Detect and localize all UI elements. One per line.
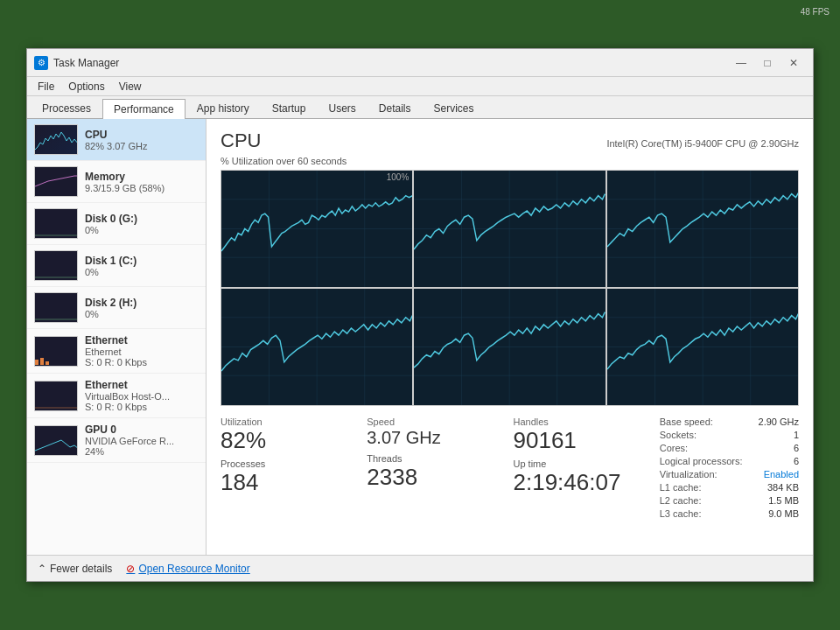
graph-cell-5 <box>414 289 605 405</box>
processes-value: 184 <box>220 471 360 494</box>
cpu-info: CPU 82% 3.07 GHz <box>85 129 199 151</box>
disk2-name: Disk 2 (H:) <box>85 297 199 309</box>
graph-cell-6 <box>607 289 798 405</box>
minimize-button[interactable]: — <box>729 54 753 72</box>
stats-area: Utilization 82% Processes 184 Speed 3.07… <box>220 416 799 522</box>
eth0-thumbnail <box>34 336 78 367</box>
virt-label: Virtualization: <box>660 469 718 480</box>
info-l2: L2 cache: 1.5 MB <box>660 495 799 506</box>
sidebar-item-disk1[interactable]: Disk 1 (C:) 0% <box>27 245 206 287</box>
menu-options[interactable]: Options <box>61 79 111 94</box>
percent-label: 100% <box>387 172 410 182</box>
svg-rect-5 <box>46 361 49 365</box>
chevron-up-icon: ⌃ <box>38 563 46 575</box>
sidebar-item-gpu0[interactable]: GPU 0 NVIDIA GeForce R... 24% <box>27 418 206 463</box>
menu-view[interactable]: View <box>112 79 149 94</box>
eth1-sub1: VirtualBox Host-O... <box>85 391 199 402</box>
disk0-info: Disk 0 (G:) 0% <box>85 213 199 235</box>
tab-app-history[interactable]: App history <box>186 98 261 118</box>
fewer-details-button[interactable]: ⌃ Fewer details <box>38 563 112 575</box>
uptime-value: 2:19:46:07 <box>514 471 653 494</box>
sidebar-item-eth1[interactable]: Ethernet VirtualBox Host-O... S: 0 R: 0 … <box>27 374 206 418</box>
panel-header: CPU Intel(R) Core(TM) i5-9400F CPU @ 2.9… <box>220 130 799 152</box>
base-speed-label: Base speed: <box>660 416 713 427</box>
memory-thumbnail <box>34 166 78 197</box>
utilization-label: Utilization <box>220 416 360 427</box>
sockets-label: Sockets: <box>660 430 696 440</box>
task-manager-window: ⚙ Task Manager — □ ✕ File Options View P… <box>26 48 814 582</box>
disk1-info: Disk 1 (C:) 0% <box>85 255 199 277</box>
tab-details[interactable]: Details <box>368 98 423 118</box>
info-virt: Virtualization: Enabled <box>660 469 799 480</box>
tab-startup[interactable]: Startup <box>261 98 318 118</box>
l1-value: 384 KB <box>767 482 799 493</box>
stat-group-utilization: Utilization 82% Processes 184 <box>220 416 360 522</box>
speed-label: Speed <box>367 416 506 427</box>
main-panel: CPU Intel(R) Core(TM) i5-9400F CPU @ 2.9… <box>206 119 813 555</box>
threads-value: 2338 <box>367 466 506 488</box>
open-resource-monitor-button[interactable]: ⊘ Open Resource Monitor <box>126 563 249 575</box>
gpu0-sub1: NVIDIA GeForce R... <box>85 436 199 446</box>
sidebar-item-disk2[interactable]: Disk 2 (H:) 0% <box>27 287 206 329</box>
menu-file[interactable]: File <box>31 79 61 94</box>
sidebar-item-disk0[interactable]: Disk 0 (G:) 0% <box>27 203 206 245</box>
memory-info: Memory 9.3/15.9 GB (58%) <box>85 171 199 193</box>
eth1-info: Ethernet VirtualBox Host-O... S: 0 R: 0 … <box>85 379 199 412</box>
memory-sub: 9.3/15.9 GB (58%) <box>85 183 199 193</box>
fewer-details-label: Fewer details <box>50 563 112 575</box>
cpu-graphs: 100% <box>220 170 799 406</box>
handles-value: 90161 <box>514 429 653 452</box>
sidebar-item-cpu[interactable]: CPU 82% 3.07 GHz <box>27 119 206 161</box>
memory-name: Memory <box>85 171 199 183</box>
close-button[interactable]: ✕ <box>781 54 806 72</box>
gpu0-thumbnail <box>34 425 78 456</box>
sidebar-item-memory[interactable]: Memory 9.3/15.9 GB (58%) <box>27 161 206 203</box>
tab-processes[interactable]: Processes <box>31 98 102 118</box>
eth0-sub2: S: 0 R: 0 Kbps <box>85 357 199 368</box>
disk1-thumbnail <box>34 250 78 281</box>
eth0-name: Ethernet <box>85 334 199 346</box>
l3-label: L3 cache: <box>660 508 702 519</box>
disk0-name: Disk 0 (G:) <box>85 213 199 225</box>
speed-value: 3.07 GHz <box>367 429 506 446</box>
tab-users[interactable]: Users <box>317 98 367 118</box>
disk1-sub: 0% <box>85 267 199 277</box>
disk0-thumbnail <box>34 208 78 239</box>
cores-value: 6 <box>794 443 799 453</box>
util-label: % Utilization over 60 seconds <box>220 156 799 166</box>
disk0-sub: 0% <box>85 225 199 235</box>
cpu-thumbnail <box>34 124 78 155</box>
disk2-sub: 0% <box>85 309 199 319</box>
tab-performance[interactable]: Performance <box>102 99 186 119</box>
l1-label: L1 cache: <box>660 482 702 493</box>
sidebar-item-eth0[interactable]: Ethernet Ethernet S: 0 R: 0 Kbps <box>27 329 206 374</box>
info-base-speed: Base speed: 2.90 GHz <box>660 416 799 427</box>
l2-value: 1.5 MB <box>768 495 799 506</box>
uptime-label: Up time <box>514 458 653 469</box>
gpu0-sub2: 24% <box>85 446 199 457</box>
maximize-button[interactable]: □ <box>755 54 780 72</box>
graph-cell-3 <box>607 171 798 287</box>
processes-label: Processes <box>220 458 360 469</box>
stat-group-speed: Speed 3.07 GHz Threads 2338 <box>367 416 506 522</box>
tab-bar: Processes Performance App history Startu… <box>27 96 813 119</box>
panel-title: CPU <box>220 130 261 152</box>
svg-rect-3 <box>35 360 38 365</box>
window-controls: — □ ✕ <box>729 54 806 72</box>
open-resource-monitor-label: Open Resource Monitor <box>138 563 249 575</box>
threads-label: Threads <box>367 453 506 464</box>
info-l3: L3 cache: 9.0 MB <box>660 508 799 519</box>
tab-services[interactable]: Services <box>423 98 486 118</box>
sockets-value: 1 <box>794 430 799 440</box>
graph-cell-2 <box>414 171 605 287</box>
disk2-thumbnail <box>34 292 78 323</box>
eth0-info: Ethernet Ethernet S: 0 R: 0 Kbps <box>85 334 199 368</box>
processor-name: Intel(R) Core(TM) i5-9400F CPU @ 2.90GHz <box>606 138 799 149</box>
info-sockets: Sockets: 1 <box>660 430 799 440</box>
graph-cell-1: 100% <box>221 171 412 287</box>
utilization-value: 82% <box>220 429 360 452</box>
menu-bar: File Options View <box>27 77 813 96</box>
eth1-thumbnail <box>34 381 78 411</box>
eth0-sub1: Ethernet <box>85 346 199 357</box>
base-speed-value: 2.90 GHz <box>759 416 799 427</box>
